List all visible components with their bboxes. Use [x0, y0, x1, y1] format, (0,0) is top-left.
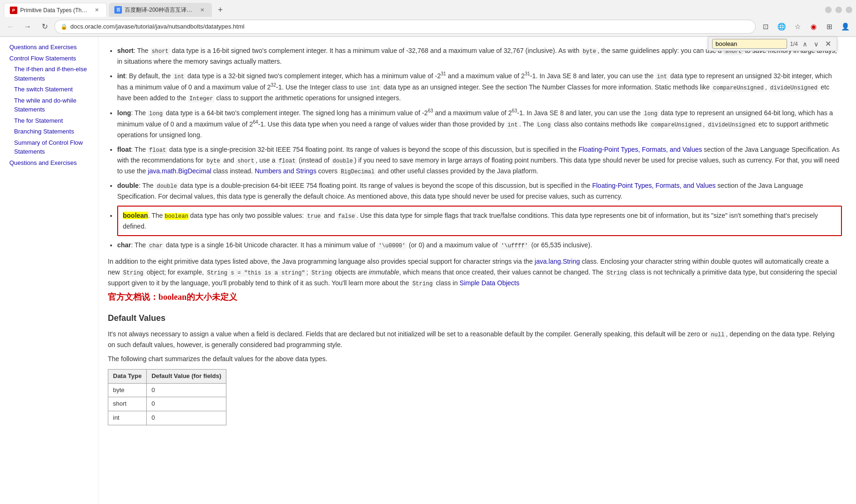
char-item: char: The char data type is a single 16-…	[117, 240, 842, 251]
int-text: int: By default, the int data type is a …	[117, 72, 832, 102]
sidebar-item-switch[interactable]: The switch Statement	[9, 84, 98, 95]
forward-button[interactable]: →	[21, 20, 35, 34]
table-header-default: Default Value (for fields)	[147, 369, 226, 383]
tab-primitive-data-types[interactable]: P Primitive Data Types (The Java... ✕	[4, 3, 107, 17]
maximize-btn[interactable]	[835, 7, 842, 13]
table-header-datatype: Data Type	[108, 369, 147, 383]
table-row: byte0	[108, 383, 226, 397]
float-link1[interactable]: Floating-Point Types, Formats, and Value…	[578, 146, 702, 153]
java-lang-string-link[interactable]: java.lang.String	[535, 258, 580, 265]
tab2-close-btn[interactable]: ✕	[198, 6, 206, 14]
minimize-btn[interactable]	[825, 7, 832, 13]
lock-icon: 🔒	[60, 23, 68, 30]
main-content: short: The short data type is a 16-bit s…	[98, 37, 856, 504]
sidebar-item-summary[interactable]: Summary of Control Flow Statements	[9, 137, 98, 157]
float-link3[interactable]: Numbers and Strings	[255, 167, 316, 175]
double-item: double: The double data type is a double…	[117, 180, 842, 202]
address-text: docs.oracle.com/javase/tutorial/java/nut…	[70, 23, 750, 30]
browser-chrome: P Primitive Data Types (The Java... ✕ 百 …	[0, 0, 856, 37]
tab2-label: 百度翻译-200种语言互译、沟通...	[125, 6, 195, 14]
boolean-highlight-box: boolean. The boolean data type has only …	[117, 206, 842, 237]
simple-data-objects-link[interactable]: Simple Data Objects	[459, 279, 519, 287]
cast-icon[interactable]: ⊡	[758, 20, 773, 34]
sidebar-item-while[interactable]: The while and do-while Statements	[9, 95, 98, 115]
sidebar-subgroup: The if-then and if-then-else Statements …	[9, 64, 98, 157]
new-tab-button[interactable]: +	[214, 3, 227, 16]
sidebar-item-questions-exercises-1[interactable]: Questions and Exercises	[5, 42, 98, 53]
table-row: short0	[108, 397, 226, 411]
default-para2: The following chart summarizes the defau…	[108, 354, 842, 364]
profile-icon[interactable]: 👤	[838, 20, 852, 34]
reload-button[interactable]: ↻	[38, 20, 52, 34]
default-para1: It's not always necessary to assign a va…	[108, 329, 842, 350]
boolean-term: boolean	[123, 212, 148, 219]
sidebar-item-for[interactable]: The for Statement	[9, 115, 98, 126]
chinese-overlay-text: 官方文档说：boolean的大小未定义	[108, 290, 842, 304]
float-link2[interactable]: java.math.BigDecimal	[148, 167, 211, 175]
default-values-heading: Default Values	[108, 311, 842, 325]
find-input[interactable]	[712, 39, 787, 49]
tab-bar: P Primitive Data Types (The Java... ✕ 百 …	[0, 0, 856, 17]
double-link1[interactable]: Floating-Point Types, Formats, and Value…	[592, 182, 715, 189]
find-close-button[interactable]: ✕	[823, 39, 833, 48]
tab1-label: Primitive Data Types (The Java...	[20, 7, 90, 14]
long-text: long: The long data type is a 64-bit two…	[117, 109, 833, 139]
tab1-favicon: P	[10, 7, 17, 14]
boolean-item: boolean. The boolean data type has only …	[117, 206, 842, 237]
long-item: long: The long data type is a 64-bit two…	[117, 107, 842, 140]
data-types-list: short: The short data type is a 16-bit s…	[117, 45, 842, 251]
char-text: char: The char data type is a single 16-…	[117, 241, 592, 249]
find-count: 1/4	[790, 41, 798, 47]
extension-icon2[interactable]: ⊞	[822, 20, 836, 34]
tab-baidu-translate[interactable]: 百 百度翻译-200种语言互译、沟通... ✕	[109, 3, 212, 17]
boolean-text: boolean. The boolean data type has only …	[123, 212, 818, 230]
tab2-favicon: 百	[114, 6, 122, 14]
sidebar-item-control-flow[interactable]: Control Flow Statements	[5, 53, 98, 64]
back-button[interactable]: ←	[4, 20, 18, 34]
default-values-table: Data Type Default Value (for fields) byt…	[108, 369, 226, 425]
find-next-button[interactable]: ∨	[812, 39, 820, 49]
float-item: float: The float data type is a single-p…	[117, 144, 842, 177]
sidebar-item-branching[interactable]: Branching Statements	[9, 126, 98, 137]
toolbar-icons: ⊡ 🌐 ☆ ◉ ⊞ 👤	[758, 20, 852, 34]
int-item: int: By default, the int data type is a …	[117, 71, 842, 104]
float-text: float: The float data type is a single-p…	[117, 146, 840, 175]
sidebar: Questions and Exercises Control Flow Sta…	[0, 37, 98, 504]
browser-toolbar: ← → ↻ 🔒 docs.oracle.com/javase/tutorial/…	[0, 17, 856, 37]
translate-icon[interactable]: 🌐	[774, 20, 788, 34]
sidebar-item-questions-exercises-2[interactable]: Questions and Exercises	[5, 157, 98, 169]
address-bar[interactable]: 🔒 docs.oracle.com/javase/tutorial/java/n…	[54, 20, 756, 34]
tab1-close-btn[interactable]: ✕	[93, 6, 101, 14]
find-bar: 1/4 ∧ ∨ ✕	[708, 37, 837, 51]
table-row: int0	[108, 411, 226, 425]
close-btn[interactable]	[846, 7, 852, 13]
find-prev-button[interactable]: ∧	[801, 39, 809, 49]
double-text: double: The double data type is a double…	[117, 182, 803, 200]
extension-icon1[interactable]: ◉	[806, 20, 820, 34]
boolean-code-highlight: boolean	[165, 213, 188, 220]
string-para: In addition to the eight primitive data …	[108, 256, 842, 289]
bookmark-icon[interactable]: ☆	[790, 20, 804, 34]
sidebar-nav: Questions and Exercises Control Flow Sta…	[5, 42, 98, 168]
sidebar-item-if-then[interactable]: The if-then and if-then-else Statements	[9, 64, 98, 84]
page-wrapper: Questions and Exercises Control Flow Sta…	[0, 37, 856, 504]
